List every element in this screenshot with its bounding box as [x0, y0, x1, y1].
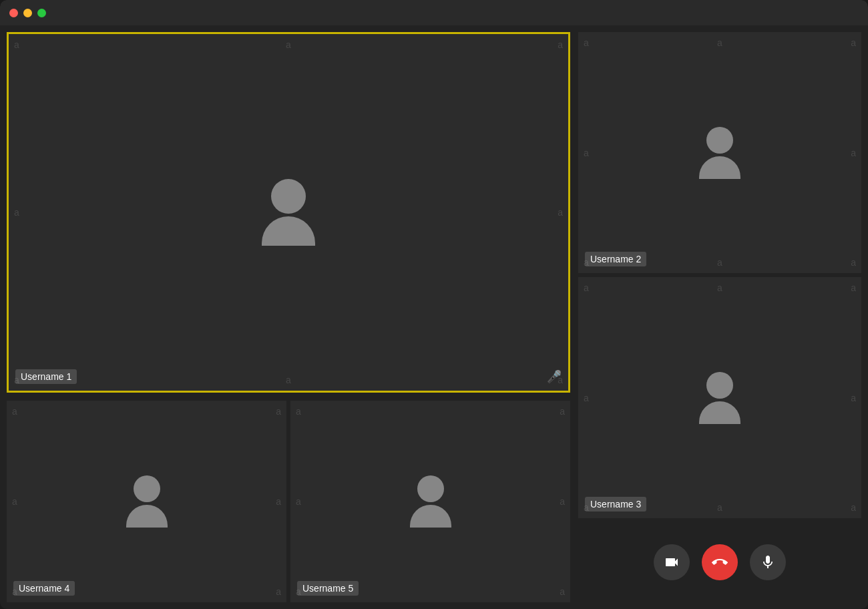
avatar-user4	[126, 475, 168, 528]
avatar-user1	[262, 179, 315, 246]
right-panel: a a a a a a a a Username 2 a a a a a	[574, 25, 868, 609]
controls-area	[578, 522, 861, 602]
main-content: a a a a a a a a Username 1 🎤 a a	[0, 25, 868, 609]
camera-button[interactable]	[654, 544, 690, 580]
end-call-button[interactable]	[702, 544, 738, 580]
title-bar	[0, 0, 868, 25]
avatar-user3	[699, 372, 740, 424]
username-badge-user5: Username 5	[297, 581, 359, 596]
avatar-user2	[699, 127, 740, 179]
left-panel: a a a a a a a a Username 1 🎤 a a	[0, 25, 574, 609]
microphone-button[interactable]	[750, 544, 786, 580]
bottom-row: a a a a a a Username 4 a a a	[7, 401, 570, 602]
username-badge-user3: Username 3	[585, 497, 646, 512]
username-badge-user2: Username 2	[585, 252, 646, 266]
mic-active-icon: 🎤	[547, 369, 562, 384]
tile-user1[interactable]: a a a a a a a a Username 1 🎤	[7, 32, 570, 393]
username-badge-user4: Username 4	[13, 581, 75, 596]
avatar-user5	[410, 475, 451, 528]
maximize-button[interactable]	[37, 9, 46, 17]
tile-user2[interactable]: a a a a a a a a Username 2	[578, 32, 861, 273]
tile-user3[interactable]: a a a a a a a a Username 3	[578, 277, 861, 518]
tile-user4[interactable]: a a a a a a Username 4	[7, 401, 286, 602]
tile-user5[interactable]: a a a a a a Username 5	[290, 401, 570, 602]
username-badge-user1: Username 1	[15, 369, 77, 384]
minimize-button[interactable]	[23, 9, 32, 17]
close-button[interactable]	[9, 9, 18, 17]
